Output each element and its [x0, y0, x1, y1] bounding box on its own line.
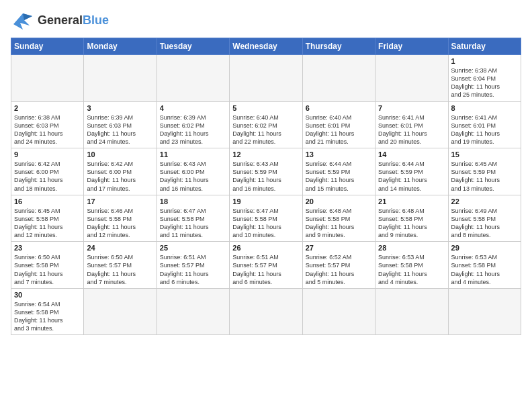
day-number: 29: [451, 244, 518, 252]
logo-text: GeneralBlue: [38, 13, 109, 28]
calendar-week-1: 1Sunrise: 6:38 AM Sunset: 6:04 PM Daylig…: [11, 55, 521, 102]
cell-info: Sunrise: 6:38 AM Sunset: 6:04 PM Dayligh…: [451, 66, 518, 99]
calendar-cell: 1Sunrise: 6:38 AM Sunset: 6:04 PM Daylig…: [448, 55, 521, 102]
calendar-cell: [375, 288, 448, 335]
day-number: 12: [232, 150, 299, 158]
calendar-week-6: 30Sunrise: 6:54 AM Sunset: 5:58 PM Dayli…: [11, 288, 521, 335]
day-number: 3: [87, 104, 153, 112]
day-number: 20: [306, 197, 372, 205]
calendar-week-2: 2Sunrise: 6:38 AM Sunset: 6:03 PM Daylig…: [11, 101, 521, 148]
calendar: SundayMondayTuesdayWednesdayThursdayFrid…: [11, 38, 521, 335]
calendar-cell: 13Sunrise: 6:44 AM Sunset: 5:59 PM Dayli…: [302, 148, 375, 195]
day-header-wednesday: Wednesday: [230, 38, 302, 55]
calendar-cell: 20Sunrise: 6:48 AM Sunset: 5:58 PM Dayli…: [302, 195, 375, 242]
calendar-cell: [11, 55, 84, 102]
calendar-cell: [375, 55, 448, 102]
calendar-cell: [230, 288, 302, 335]
calendar-cell: 5Sunrise: 6:40 AM Sunset: 6:02 PM Daylig…: [230, 101, 302, 148]
day-number: 14: [378, 150, 445, 158]
cell-info: Sunrise: 6:41 AM Sunset: 6:01 PM Dayligh…: [378, 113, 445, 146]
day-number: 24: [87, 244, 153, 252]
cell-info: Sunrise: 6:38 AM Sunset: 6:03 PM Dayligh…: [14, 113, 81, 146]
calendar-cell: 26Sunrise: 6:51 AM Sunset: 5:57 PM Dayli…: [230, 242, 302, 289]
calendar-cell: 3Sunrise: 6:39 AM Sunset: 6:03 PM Daylig…: [84, 101, 157, 148]
day-number: 4: [160, 104, 226, 112]
calendar-week-3: 9Sunrise: 6:42 AM Sunset: 6:00 PM Daylig…: [11, 148, 521, 195]
day-header-sunday: Sunday: [11, 38, 84, 55]
calendar-cell: 21Sunrise: 6:48 AM Sunset: 5:58 PM Dayli…: [375, 195, 448, 242]
day-number: 2: [14, 104, 81, 112]
cell-info: Sunrise: 6:53 AM Sunset: 5:58 PM Dayligh…: [451, 253, 518, 286]
cell-info: Sunrise: 6:51 AM Sunset: 5:57 PM Dayligh…: [160, 253, 226, 286]
cell-info: Sunrise: 6:47 AM Sunset: 5:58 PM Dayligh…: [232, 207, 299, 240]
calendar-cell: 18Sunrise: 6:47 AM Sunset: 5:58 PM Dayli…: [157, 195, 229, 242]
day-number: 21: [378, 197, 445, 205]
calendar-cell: 6Sunrise: 6:40 AM Sunset: 6:01 PM Daylig…: [302, 101, 375, 148]
cell-info: Sunrise: 6:40 AM Sunset: 6:01 PM Dayligh…: [306, 113, 372, 146]
cell-info: Sunrise: 6:42 AM Sunset: 6:00 PM Dayligh…: [14, 160, 81, 193]
cell-info: Sunrise: 6:48 AM Sunset: 5:58 PM Dayligh…: [378, 207, 445, 240]
page-header: GeneralBlue: [11, 11, 521, 30]
cell-info: Sunrise: 6:39 AM Sunset: 6:02 PM Dayligh…: [160, 113, 226, 146]
cell-info: Sunrise: 6:54 AM Sunset: 5:58 PM Dayligh…: [14, 300, 81, 333]
calendar-cell: [157, 55, 229, 102]
day-number: 5: [232, 104, 299, 112]
calendar-cell: 12Sunrise: 6:43 AM Sunset: 5:59 PM Dayli…: [230, 148, 302, 195]
cell-info: Sunrise: 6:52 AM Sunset: 5:57 PM Dayligh…: [306, 253, 372, 286]
calendar-header-row: SundayMondayTuesdayWednesdayThursdayFrid…: [11, 38, 521, 55]
day-number: 26: [232, 244, 299, 252]
calendar-cell: [448, 288, 521, 335]
calendar-cell: 7Sunrise: 6:41 AM Sunset: 6:01 PM Daylig…: [375, 101, 448, 148]
calendar-cell: [84, 288, 157, 335]
cell-info: Sunrise: 6:49 AM Sunset: 5:58 PM Dayligh…: [451, 207, 518, 240]
day-number: 7: [378, 104, 445, 112]
day-number: 8: [451, 104, 518, 112]
calendar-cell: 10Sunrise: 6:42 AM Sunset: 6:00 PM Dayli…: [84, 148, 157, 195]
day-number: 9: [14, 150, 81, 158]
calendar-cell: 11Sunrise: 6:43 AM Sunset: 6:00 PM Dayli…: [157, 148, 229, 195]
cell-info: Sunrise: 6:45 AM Sunset: 5:59 PM Dayligh…: [451, 160, 518, 193]
calendar-cell: 24Sunrise: 6:50 AM Sunset: 5:57 PM Dayli…: [84, 242, 157, 289]
calendar-cell: 23Sunrise: 6:50 AM Sunset: 5:58 PM Dayli…: [11, 242, 84, 289]
calendar-cell: 8Sunrise: 6:41 AM Sunset: 6:01 PM Daylig…: [448, 101, 521, 148]
calendar-cell: 16Sunrise: 6:45 AM Sunset: 5:58 PM Dayli…: [11, 195, 84, 242]
calendar-cell: 30Sunrise: 6:54 AM Sunset: 5:58 PM Dayli…: [11, 288, 84, 335]
day-number: 25: [160, 244, 226, 252]
calendar-cell: 9Sunrise: 6:42 AM Sunset: 6:00 PM Daylig…: [11, 148, 84, 195]
cell-info: Sunrise: 6:43 AM Sunset: 5:59 PM Dayligh…: [232, 160, 299, 193]
day-number: 27: [306, 244, 372, 252]
calendar-cell: 15Sunrise: 6:45 AM Sunset: 5:59 PM Dayli…: [448, 148, 521, 195]
calendar-cell: 28Sunrise: 6:53 AM Sunset: 5:58 PM Dayli…: [375, 242, 448, 289]
calendar-cell: 14Sunrise: 6:44 AM Sunset: 5:59 PM Dayli…: [375, 148, 448, 195]
calendar-cell: 17Sunrise: 6:46 AM Sunset: 5:58 PM Dayli…: [84, 195, 157, 242]
day-number: 28: [378, 244, 445, 252]
calendar-cell: [230, 55, 302, 102]
calendar-cell: 27Sunrise: 6:52 AM Sunset: 5:57 PM Dayli…: [302, 242, 375, 289]
day-number: 23: [14, 244, 81, 252]
calendar-week-4: 16Sunrise: 6:45 AM Sunset: 5:58 PM Dayli…: [11, 195, 521, 242]
cell-info: Sunrise: 6:46 AM Sunset: 5:58 PM Dayligh…: [87, 207, 153, 240]
day-number: 30: [14, 291, 81, 299]
day-header-tuesday: Tuesday: [157, 38, 229, 55]
cell-info: Sunrise: 6:51 AM Sunset: 5:57 PM Dayligh…: [232, 253, 299, 286]
day-number: 16: [14, 197, 81, 205]
cell-info: Sunrise: 6:41 AM Sunset: 6:01 PM Dayligh…: [451, 113, 518, 146]
day-number: 6: [306, 104, 372, 112]
cell-info: Sunrise: 6:39 AM Sunset: 6:03 PM Dayligh…: [87, 113, 153, 146]
calendar-cell: 29Sunrise: 6:53 AM Sunset: 5:58 PM Dayli…: [448, 242, 521, 289]
cell-info: Sunrise: 6:42 AM Sunset: 6:00 PM Dayligh…: [87, 160, 153, 193]
day-number: 18: [160, 197, 226, 205]
svg-marker-1: [23, 13, 32, 20]
day-header-saturday: Saturday: [448, 38, 521, 55]
logo: GeneralBlue: [11, 11, 109, 30]
calendar-cell: 25Sunrise: 6:51 AM Sunset: 5:57 PM Dayli…: [157, 242, 229, 289]
day-number: 19: [232, 197, 299, 205]
day-number: 10: [87, 150, 153, 158]
day-number: 13: [306, 150, 372, 158]
calendar-cell: [302, 55, 375, 102]
day-header-friday: Friday: [375, 38, 448, 55]
cell-info: Sunrise: 6:53 AM Sunset: 5:58 PM Dayligh…: [378, 253, 445, 286]
day-header-thursday: Thursday: [302, 38, 375, 55]
calendar-cell: 22Sunrise: 6:49 AM Sunset: 5:58 PM Dayli…: [448, 195, 521, 242]
day-header-monday: Monday: [84, 38, 157, 55]
